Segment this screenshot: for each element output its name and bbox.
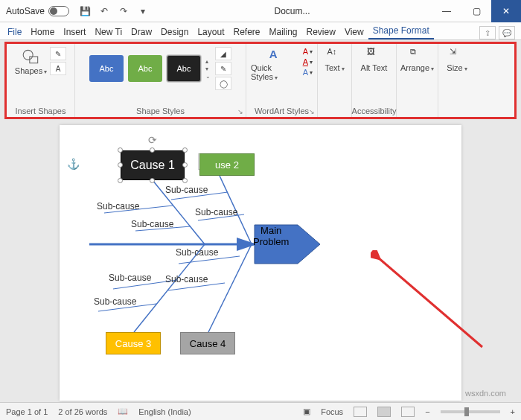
text-box-icon[interactable]: A (50, 62, 66, 75)
maximize-button[interactable]: ▢ (461, 0, 491, 22)
cause4-shape[interactable]: Cause 4 (180, 332, 235, 354)
autosave-label: AutoSave (6, 6, 45, 16)
cause1-label: Cause 1 (121, 150, 185, 180)
rotate-handle-icon[interactable]: ⟳ (148, 134, 157, 146)
resize-handle[interactable] (150, 147, 155, 153)
tab-layout[interactable]: Layout (193, 25, 228, 39)
share-icon[interactable]: ⇪ (479, 26, 496, 39)
tab-mailings[interactable]: Mailing (265, 25, 302, 39)
subcause-label: Sub-cause (97, 201, 139, 211)
text-direction-button[interactable]: A↕ Text (325, 47, 344, 72)
document-page: ⚓ ⟳ Cause 1 ⌒ use 2 (60, 125, 461, 401)
tab-home[interactable]: Home (26, 25, 59, 39)
minimize-button[interactable]: — (432, 0, 461, 22)
group-accessibility: 🖼 Alt Text Accessibility (352, 44, 397, 117)
cause3-shape[interactable]: Cause 3 (106, 332, 161, 354)
tab-view[interactable]: View (340, 25, 368, 39)
group-insert-shapes: Shapes ✎ A Insert Shapes (7, 44, 75, 117)
subcause-label: Sub-cause (94, 296, 136, 307)
comments-icon[interactable]: 💬 (499, 26, 515, 39)
status-bar: Page 1 of 1 2 of 26 words 📖 English (Ind… (0, 402, 521, 420)
dialog-launcher-icon[interactable]: ↘ (309, 108, 315, 115)
focus-mode-icon[interactable]: ▣ (303, 407, 310, 416)
tab-draw[interactable]: Draw (127, 25, 156, 39)
subcause-label: Sub-cause (176, 247, 218, 258)
word-count[interactable]: 2 of 26 words (58, 407, 107, 416)
subcause-label: Sub-cause (165, 185, 208, 195)
text-fill-icon[interactable]: A (303, 47, 308, 56)
save-icon[interactable]: 💾 (77, 3, 93, 19)
shapes-gallery-button[interactable]: Shapes (15, 47, 47, 75)
read-mode-icon[interactable] (354, 407, 367, 417)
style-swatch-black-selected[interactable]: Abc (167, 55, 201, 82)
alt-text-button[interactable]: 🖼 Alt Text (361, 47, 388, 72)
size-button[interactable]: ⇲ Size (447, 47, 467, 72)
group-label-wordart: WordArt Styles (255, 106, 309, 115)
shape-effects-icon[interactable]: ◯ (215, 77, 231, 90)
tab-new[interactable]: New Ti (90, 25, 127, 39)
undo-icon[interactable]: ↶ (96, 3, 112, 19)
subcause-label: Sub-cause (195, 207, 237, 217)
cause1-shape-selected[interactable]: ⟳ Cause 1 (121, 150, 185, 180)
main-problem-shape[interactable]: MainProblem (253, 225, 289, 247)
tab-shape-format[interactable]: Shape Format (368, 23, 434, 39)
resize-handle[interactable] (182, 147, 188, 153)
ribbon: Shapes ✎ A Insert Shapes Abc Abc Abc ▴▾⌄… (7, 44, 514, 117)
autosave-toggle[interactable]: AutoSave (0, 6, 75, 16)
focus-label[interactable]: Focus (321, 407, 343, 416)
group-label-accessibility: Accessibility (352, 106, 397, 115)
group-size: ⇲ Size (438, 44, 476, 117)
page-indicator[interactable]: Page 1 of 1 (6, 407, 48, 416)
tab-insert[interactable]: Insert (59, 25, 90, 39)
subcause-label: Sub-cause (109, 273, 151, 283)
subcause-label: Sub-cause (131, 219, 173, 229)
arrange-button[interactable]: ⧉ Arrange (400, 47, 434, 72)
tab-review[interactable]: Review (302, 25, 340, 39)
tab-design[interactable]: Design (156, 25, 193, 39)
shape-outline-icon[interactable]: ✎ (215, 62, 231, 75)
dialog-launcher-icon[interactable]: ↘ (237, 108, 243, 115)
tab-file[interactable]: File (3, 25, 26, 39)
ribbon-tabs: File Home Insert New Ti Draw Design Layo… (0, 22, 521, 40)
shape-fill-icon[interactable]: ◢ (215, 47, 231, 60)
svg-point-0 (23, 50, 33, 60)
resize-handle[interactable] (118, 162, 123, 168)
web-layout-icon[interactable] (401, 407, 415, 417)
resize-handle[interactable] (182, 178, 188, 183)
close-button[interactable]: ✕ (491, 0, 521, 22)
style-swatch-green[interactable]: Abc (128, 55, 162, 82)
group-wordart-styles: A Quick Styles A▾ A▾ A▾ WordArt Styles ↘ (246, 44, 318, 117)
style-swatch-blue[interactable]: Abc (89, 55, 124, 82)
group-label-insert-shapes: Insert Shapes (16, 106, 66, 115)
language-indicator[interactable]: English (India) (138, 407, 191, 416)
resize-handle[interactable] (182, 162, 188, 168)
qat-dropdown-icon[interactable]: ▾ (135, 3, 151, 19)
edit-shape-icon[interactable]: ✎ (50, 47, 66, 60)
spellcheck-icon[interactable]: 📖 (118, 407, 128, 416)
text-effects-icon[interactable]: A (303, 68, 308, 77)
tab-references[interactable]: Refere (228, 25, 264, 39)
svg-text:A: A (269, 48, 277, 60)
resize-handle[interactable] (150, 178, 155, 183)
group-label-shape-styles: Shape Styles (136, 106, 185, 115)
watermark: wsxdn.com (465, 389, 506, 398)
redo-icon[interactable]: ↷ (115, 3, 132, 19)
document-title: Docum... (153, 6, 432, 16)
ribbon-highlight: Shapes ✎ A Insert Shapes Abc Abc Abc ▴▾⌄… (4, 42, 517, 119)
quick-styles-button[interactable]: A Quick Styles (251, 47, 300, 81)
zoom-out-button[interactable]: − (425, 407, 429, 416)
group-shape-styles: Abc Abc Abc ▴▾⌄ ◢ ✎ ◯ Shape Styles ↘ (75, 44, 246, 117)
group-text: A↕ Text (318, 44, 352, 117)
zoom-in-button[interactable]: + (511, 407, 515, 416)
toggle-off-icon[interactable] (48, 6, 69, 16)
subcause-label: Sub-cause (165, 274, 208, 284)
style-gallery-more[interactable]: ▴▾⌄ (205, 58, 211, 80)
resize-handle[interactable] (118, 147, 123, 153)
text-outline-icon[interactable]: A (303, 57, 308, 66)
group-arrange: ⧉ Arrange (397, 44, 438, 117)
resize-handle[interactable] (118, 178, 123, 183)
zoom-slider[interactable] (441, 410, 500, 413)
print-layout-icon[interactable] (377, 407, 391, 417)
svg-rect-1 (29, 57, 37, 63)
cause2-shape[interactable]: use 2 (199, 153, 255, 176)
